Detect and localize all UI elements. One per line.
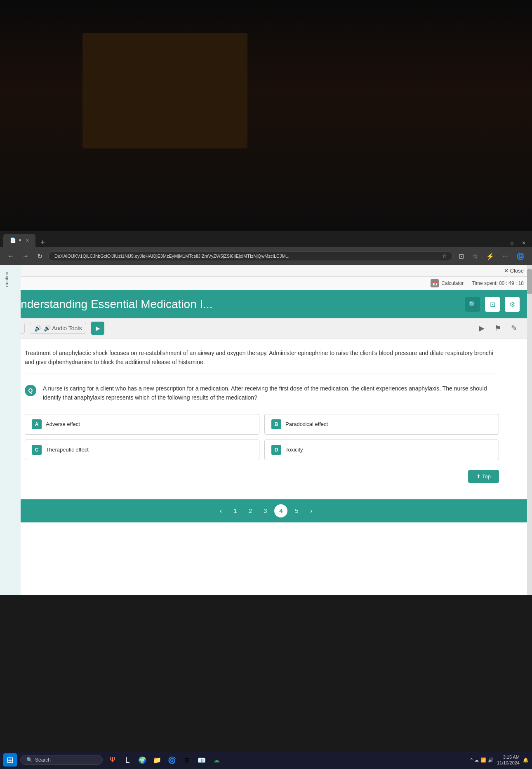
back-button[interactable]: ← — [5, 252, 16, 261]
audio-tools-button[interactable]: 🔊 🔊 Audio Tools — [30, 323, 86, 334]
taskbar-app-6[interactable]: 📧 — [195, 753, 208, 767]
restore-button[interactable]: ○ — [507, 239, 517, 247]
page-5-button[interactable]: 5 — [291, 506, 302, 516]
answer-choice-c[interactable]: C Therapeutic effect — [25, 440, 259, 460]
gear-icon: ⚙ — [509, 301, 515, 308]
taskbar-apps: Ψ L 🌍 📁 🌀 ⊞ 📧 ☁ — [106, 753, 467, 767]
address-bar[interactable]: DeXAiOiJKV1QiLCJhbGciOiJIUzI1NiJ9.eyJleH… — [48, 251, 453, 261]
taskbar: ⊞ 🔍 Search Ψ L 🌍 📁 🌀 ⊞ 📧 ☁ ^ ☁ 📶 🔊 3:15 … — [0, 751, 532, 769]
page-4-button[interactable]: 4 — [274, 504, 287, 517]
volume-icon[interactable]: 🔊 — [488, 757, 494, 763]
reload-button[interactable]: ↻ — [35, 252, 45, 261]
answer-letter-a: A — [32, 419, 42, 429]
tab-favicon: 📄 — [10, 238, 16, 243]
scroll-thumb[interactable] — [527, 269, 532, 294]
sidebar-label: rmation — [0, 265, 13, 294]
bookmark-button[interactable]: ⊡ — [485, 297, 500, 312]
play-button[interactable]: ▶ — [91, 322, 104, 335]
audio-icon: 🔊 — [34, 325, 41, 332]
next-page-button[interactable]: › — [306, 506, 316, 516]
info-bar: 📅 Calculator Time spent: 00 : 49 : 18 — [0, 277, 532, 290]
chevron-up-icon[interactable]: ^ — [471, 757, 473, 762]
bookmark-icon: ⊡ — [490, 301, 495, 308]
calculator-button[interactable]: 📅 Calculator — [431, 279, 464, 287]
active-tab[interactable]: 📄 × × — [3, 234, 35, 247]
browser-chrome: 📄 × × + − ○ × ← → ↻ DeXAiOiJKV1QiLCJhbGc… — [0, 231, 532, 265]
notification-icon[interactable]: 🔔 — [523, 757, 529, 763]
answer-choice-a[interactable]: A Adverse effect — [25, 414, 259, 435]
browser-controls-bar: ← → ↻ DeXAiOiJKV1QiLCJhbGciOiJIUzI1NiJ9.… — [0, 247, 532, 265]
answer-choice-b[interactable]: B Paradoxical effect — [264, 414, 499, 435]
settings-button[interactable]: ⚙ — [505, 297, 520, 312]
answer-text-c: Therapeutic effect — [46, 447, 89, 453]
taskbar-app-5[interactable]: ⊞ — [180, 753, 193, 767]
passage-text: Treatment of anaphylactic shock focuses … — [25, 348, 499, 374]
tab-label: × — [19, 238, 21, 243]
taskbar-search-label: Search — [35, 757, 51, 763]
tab-close-icon[interactable]: × — [26, 237, 29, 244]
answer-text-a: Adverse effect — [46, 421, 80, 427]
favorites-button[interactable]: ☆ — [470, 252, 480, 261]
page-1-button[interactable]: 1 — [229, 506, 241, 516]
start-button[interactable]: ⊞ — [3, 753, 17, 767]
bottom-actions: ⬆ Top — [25, 470, 499, 483]
question-container: Q A nurse is caring for a client who has… — [25, 384, 499, 402]
next-button[interactable]: ▶ — [476, 323, 487, 334]
taskbar-date: 11/10/2024 — [497, 760, 520, 766]
answer-choice-d[interactable]: D Toxicity — [264, 440, 499, 460]
answer-text-b: Paradoxical effect — [285, 421, 328, 427]
taskbar-time: 3:15 AM — [497, 754, 520, 760]
search-button[interactable]: 🔍 — [465, 297, 480, 312]
browser-extensions[interactable]: ⚡ — [484, 252, 497, 261]
edge-icon[interactable]: 🌀 — [514, 252, 527, 261]
window-controls: − ○ × — [495, 239, 529, 247]
play-icon: ▶ — [96, 325, 100, 332]
tab-bar: 📄 × × + − ○ × — [0, 231, 532, 247]
taskbar-search-bar[interactable]: 🔍 Search — [20, 755, 103, 765]
page-2-button[interactable]: 2 — [245, 506, 256, 516]
browser-menu[interactable]: ··· — [500, 252, 511, 261]
answer-letter-b: B — [271, 419, 281, 429]
wifi-icon: 📶 — [480, 757, 486, 763]
minimize-button[interactable]: − — [495, 239, 505, 247]
room-background — [0, 0, 532, 231]
edit-button[interactable]: ✎ — [508, 323, 520, 334]
add-tab-button[interactable]: + — [37, 238, 48, 247]
app-wrapper: rmation ✕ Close 📅 Calculator Time spent:… — [0, 265, 532, 595]
prev-page-button[interactable]: ‹ — [216, 506, 226, 516]
taskbar-app-3[interactable]: 🌍 — [136, 753, 149, 767]
taskbar-app-4[interactable]: 📁 — [151, 753, 164, 767]
taskbar-app-7[interactable]: ☁ — [210, 753, 223, 767]
taskbar-app-edge[interactable]: 🌀 — [165, 753, 179, 767]
go-top-button[interactable]: ⬆ Top — [468, 470, 499, 483]
taskbar-sys-icons: ^ ☁ 📶 🔊 — [471, 757, 494, 763]
answer-text-d: Toxicity — [285, 447, 303, 453]
main-content: Treatment of anaphylactic shock focuses … — [0, 339, 532, 499]
star-icon[interactable]: ☆ — [442, 253, 447, 259]
go-top-label: ⬆ Top — [476, 473, 491, 480]
taskbar-right: ^ ☁ 📶 🔊 3:15 AM 11/10/2024 🔔 — [471, 754, 529, 766]
answer-letter-d: D — [271, 445, 281, 455]
tab-view-button[interactable]: ⊡ — [456, 252, 466, 261]
flag-button[interactable]: ⚑ — [492, 323, 504, 334]
taskbar-app-1[interactable]: Ψ — [106, 753, 119, 767]
pagination-bar: ‹ 1 2 3 4 5 › — [0, 499, 532, 522]
close-button[interactable]: ✕ Close — [504, 268, 524, 274]
answer-letter-c: C — [32, 445, 42, 455]
calculator-label: Calculator — [441, 280, 464, 286]
audio-label: 🔊 Audio Tools — [44, 325, 82, 332]
close-window-button[interactable]: × — [519, 239, 529, 247]
taskbar-search-icon: 🔍 — [26, 757, 33, 763]
page-3-button[interactable]: 3 — [259, 506, 271, 516]
course-title: Understanding Essential Medication I... — [12, 298, 460, 311]
forward-button[interactable]: → — [20, 252, 31, 261]
content-toolbar: ≡ 🔊 🔊 Audio Tools ▶ ▶ ⚑ ✎ — [0, 318, 532, 339]
scrollbar[interactable] — [527, 265, 532, 595]
taskbar-app-2[interactable]: L — [121, 753, 134, 767]
course-header: Understanding Essential Medication I... … — [0, 290, 532, 318]
app-topbar: ✕ Close — [0, 265, 532, 277]
question-text: A nurse is caring for a client who has a… — [43, 384, 499, 402]
cloud-icon: ☁ — [474, 757, 479, 763]
taskbar-clock: 3:15 AM 11/10/2024 — [497, 754, 520, 766]
start-icon: ⊞ — [7, 755, 14, 764]
